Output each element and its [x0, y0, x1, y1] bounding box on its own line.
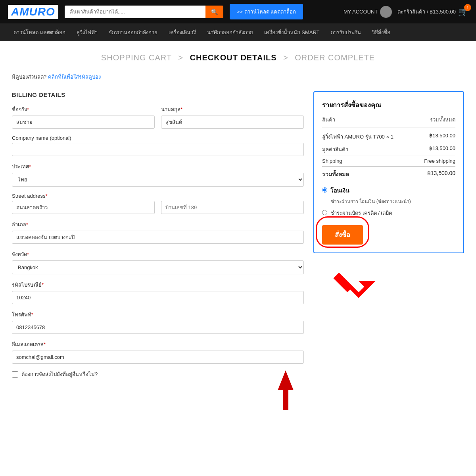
- nav-item-walker[interactable]: เครื่องเดินวรี: [163, 23, 202, 41]
- search-input[interactable]: [65, 6, 205, 18]
- province-row: จังหวัด* Bangkok: [12, 250, 304, 274]
- pay-transfer-radio[interactable]: [322, 187, 327, 193]
- cart-link[interactable]: ตะกร้าสินค้า / ฿13,500.00 🛒 1: [397, 7, 468, 17]
- company-input[interactable]: [12, 143, 304, 156]
- nav-item-bike[interactable]: จักรยานออกกำลังกาย: [103, 23, 163, 41]
- postal-row: รหัสไปรษณีย์*: [12, 281, 304, 304]
- product-price: ฿13,500.00: [429, 133, 455, 141]
- subtotal-label: มูลค่าสินค้า: [322, 145, 348, 154]
- street2-input[interactable]: [161, 201, 304, 214]
- breadcrumb: SHOPPING CART > CHECKOUT DETAILS > ORDER…: [0, 41, 476, 70]
- summary-header: สินค้า รวมทั้งหมด: [322, 116, 455, 127]
- district-row: อำเภอ*: [12, 220, 304, 244]
- street2-label: [161, 193, 304, 199]
- site-header: AMURO 🔍 >> ดาวน์โหลด แคตตาล็อก MY ACCOUN…: [0, 0, 476, 23]
- phone-row: โทรศัพท์*: [12, 310, 304, 334]
- postal-group: รหัสไปรษณีย์*: [12, 281, 304, 304]
- street-input[interactable]: [12, 201, 155, 214]
- province-group: จังหวัด* Bangkok: [12, 250, 304, 274]
- ship-other-checkbox[interactable]: [12, 371, 18, 378]
- shipping-value: Free shipping: [424, 158, 455, 164]
- nav-item-warranty[interactable]: การรับประกัน: [325, 23, 367, 41]
- pay-card-radio[interactable]: [322, 210, 327, 215]
- nav-item-treadmill[interactable]: ลู่วิ่งไฟฟ้า: [71, 23, 103, 41]
- svg-marker-0: [334, 258, 376, 301]
- province-select[interactable]: Bangkok: [12, 260, 304, 274]
- ship-checkbox-row: ต้องการจัดส่งไปยังที่อยู่อื่นหรือไม่?: [12, 370, 304, 378]
- name-row: ชื่อจริง* นามสกุล*: [12, 105, 304, 129]
- breadcrumb-sep2: >: [283, 53, 288, 62]
- main-nav: ดาวน์โหลด แคตตาล็อก ลู่วิ่งไฟฟ้า จักรยาน…: [0, 23, 476, 41]
- first-name-label: ชื่อจริง*: [12, 105, 155, 114]
- total-label: รวมทั้งหมด: [322, 170, 349, 179]
- pay-transfer-label: โอนเงิน: [330, 186, 349, 195]
- postal-input[interactable]: [12, 291, 304, 304]
- shipping-row: Shipping Free shipping: [322, 156, 455, 166]
- country-select[interactable]: ไทย: [12, 173, 304, 187]
- breadcrumb-step3: ORDER COMPLETE: [295, 53, 375, 62]
- phone-label: โทรศัพท์*: [12, 310, 304, 319]
- my-account-link[interactable]: MY ACCOUNT: [344, 6, 392, 18]
- svg-marker-1: [278, 370, 294, 410]
- total-row: รวมทั้งหมด ฿13,500.00: [322, 166, 455, 181]
- street-row: Street address*: [12, 193, 304, 214]
- email-row: อีเมลแอดเตรส*: [12, 340, 304, 364]
- subtotal-value: ฿13,500.00: [429, 145, 455, 154]
- phone-input[interactable]: [12, 321, 304, 334]
- nav-item-watch[interactable]: นาฬิกาออกกำลังกาย: [202, 23, 259, 41]
- last-name-label: นามสกุล*: [161, 105, 304, 114]
- last-name-group: นามสกุล*: [161, 105, 304, 129]
- billing-section: BILLING DETAILS ชื่อจริง* นามสกุล* Compa…: [12, 91, 304, 378]
- payment-option-transfer: โอนเงิน: [322, 186, 455, 195]
- cart-label: ตะกร้าสินค้า / ฿13,500.00: [397, 8, 456, 16]
- promo-button[interactable]: >> ดาวน์โหลด แคตตาล็อก: [230, 4, 303, 19]
- header-right: MY ACCOUNT ตะกร้าสินค้า / ฿13,500.00 🛒 1: [344, 6, 468, 18]
- breadcrumb-sep1: >: [178, 53, 183, 62]
- total-value: ฿13,500.00: [427, 170, 455, 179]
- order-summary: รายการสั่งซื้อของคุณ สินค้า รวมทั้งหมด ล…: [313, 91, 464, 253]
- search-icon: 🔍: [211, 9, 218, 15]
- first-name-input[interactable]: [12, 116, 155, 129]
- first-name-group: ชื่อจริง*: [12, 105, 155, 129]
- red-arrow-container: [270, 370, 476, 411]
- pay-transfer-desc: ชำระผ่านการ โอนเงิน (ช่องทางแนะนำ): [331, 197, 455, 205]
- last-name-input[interactable]: [161, 116, 304, 129]
- company-label: Company name (optional): [12, 135, 304, 141]
- nav-item-download[interactable]: ดาวน์โหลด แคตตาล็อก: [8, 23, 71, 41]
- email-input[interactable]: [12, 351, 304, 364]
- coupon-bar: มีคูปองส่วนลด? คลิกที่นี่เพื่อใส่รหัสคูป…: [0, 70, 476, 87]
- red-arrow-svg: [329, 257, 377, 305]
- right-panel: รายการสั่งซื้อของคุณ สินค้า รวมทั้งหมด ล…: [313, 91, 464, 306]
- red-arrow-icon: [270, 370, 301, 410]
- coupon-link[interactable]: คลิกที่นี่เพื่อใส่รหัสคูปอง: [48, 74, 101, 80]
- summary-title: รายการสั่งซื้อของคุณ: [322, 100, 455, 110]
- col-product: สินค้า: [322, 116, 335, 124]
- search-button[interactable]: 🔍: [205, 6, 223, 18]
- avatar: [380, 6, 392, 18]
- ship-other-label: ต้องการจัดส่งไปยังที่อยู่อื่นหรือไม่?: [21, 370, 98, 378]
- product-row: ลู่วิ่งไฟฟ้า AMURO รุ่น T700 × 1 ฿13,500…: [322, 131, 455, 143]
- subtotal-row: มูลค่าสินค้า ฿13,500.00: [322, 143, 455, 156]
- street2-group: [161, 193, 304, 214]
- search-bar: 🔍: [65, 6, 223, 18]
- shipping-label: Shipping: [322, 158, 342, 164]
- breadcrumb-step1: SHOPPING CART: [101, 53, 172, 62]
- order-button[interactable]: สั่งซื้อ: [322, 225, 363, 245]
- cart-icon-wrap: 🛒 1: [458, 7, 468, 17]
- street-group: Street address*: [12, 193, 155, 214]
- email-group: อีเมลแอดเตรส*: [12, 340, 304, 364]
- pay-card-label: ชำระผ่านบัตร เครดิต / เดบิต: [330, 209, 392, 217]
- breadcrumb-step2: CHECKOUT DETAILS: [190, 53, 277, 62]
- coupon-text: มีคูปองส่วนลด?: [12, 74, 46, 80]
- payment-section: โอนเงิน ชำระผ่านการ โอนเงิน (ช่องทางแนะน…: [322, 186, 455, 245]
- order-button-wrapper: สั่งซื้อ: [322, 220, 363, 245]
- street-label: Street address*: [12, 193, 155, 199]
- district-group: อำเภอ*: [12, 220, 304, 244]
- email-label: อีเมลแอดเตรส*: [12, 340, 304, 349]
- site-logo: AMURO: [8, 5, 58, 19]
- nav-item-scale[interactable]: เครื่องชั่งน้ำหนัก SMART: [259, 23, 325, 41]
- district-input[interactable]: [12, 231, 304, 244]
- nav-item-howto[interactable]: วิธีสั่งซื้อ: [367, 23, 396, 41]
- col-total: รวมทั้งหมด: [430, 116, 455, 124]
- billing-title: BILLING DETAILS: [12, 91, 304, 98]
